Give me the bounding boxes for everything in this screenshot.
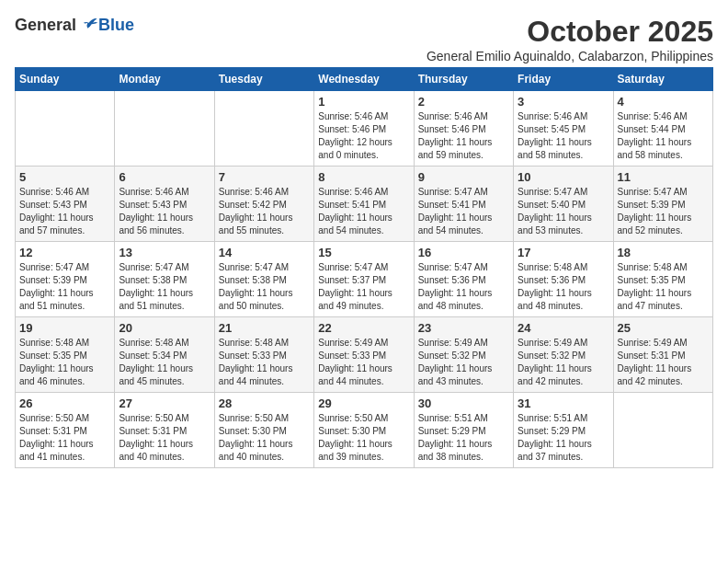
weekday-header-wednesday: Wednesday xyxy=(314,68,414,91)
day-info: Sunrise: 5:48 AMSunset: 5:35 PMDaylight:… xyxy=(618,261,709,313)
day-info: Sunrise: 5:46 AMSunset: 5:45 PMDaylight:… xyxy=(518,110,609,162)
weekday-header-thursday: Thursday xyxy=(414,68,513,91)
day-number: 2 xyxy=(418,95,509,109)
calendar-cell: 21Sunrise: 5:48 AMSunset: 5:33 PMDayligh… xyxy=(214,317,313,393)
day-number: 16 xyxy=(418,246,509,259)
day-info: Sunrise: 5:46 AMSunset: 5:43 PMDaylight:… xyxy=(19,186,110,237)
day-info: Sunrise: 5:47 AMSunset: 5:39 PMDaylight:… xyxy=(19,261,110,313)
day-info: Sunrise: 5:48 AMSunset: 5:35 PMDaylight:… xyxy=(19,337,110,388)
day-number: 31 xyxy=(518,396,609,410)
day-number: 13 xyxy=(119,246,210,259)
calendar-cell: 24Sunrise: 5:49 AMSunset: 5:32 PMDayligh… xyxy=(514,317,613,393)
weekday-header-row: SundayMondayTuesdayWednesdayThursdayFrid… xyxy=(16,68,713,91)
calendar-cell: 25Sunrise: 5:49 AMSunset: 5:31 PMDayligh… xyxy=(613,317,712,393)
calendar-cell: 19Sunrise: 5:48 AMSunset: 5:35 PMDayligh… xyxy=(16,317,115,393)
weekday-header-tuesday: Tuesday xyxy=(214,68,313,91)
day-number: 4 xyxy=(618,95,709,109)
day-info: Sunrise: 5:50 AMSunset: 5:31 PMDaylight:… xyxy=(119,412,210,464)
calendar-week-4: 19Sunrise: 5:48 AMSunset: 5:35 PMDayligh… xyxy=(16,317,713,393)
calendar-cell: 20Sunrise: 5:48 AMSunset: 5:34 PMDayligh… xyxy=(115,317,214,393)
calendar-cell: 5Sunrise: 5:46 AMSunset: 5:43 PMDaylight… xyxy=(16,167,115,242)
month-title: October 2025 xyxy=(427,15,713,49)
calendar-cell: 27Sunrise: 5:50 AMSunset: 5:31 PMDayligh… xyxy=(115,393,214,468)
logo: General Blue xyxy=(15,15,134,35)
day-number: 6 xyxy=(119,170,210,184)
day-number: 21 xyxy=(219,321,310,335)
day-number: 20 xyxy=(119,321,210,335)
calendar-cell: 8Sunrise: 5:46 AMSunset: 5:41 PMDaylight… xyxy=(314,167,414,242)
subtitle: General Emilio Aguinaldo, Calabarzon, Ph… xyxy=(427,49,713,63)
day-info: Sunrise: 5:50 AMSunset: 5:30 PMDaylight:… xyxy=(318,412,409,464)
calendar-cell: 9Sunrise: 5:47 AMSunset: 5:41 PMDaylight… xyxy=(414,167,513,242)
day-info: Sunrise: 5:46 AMSunset: 5:43 PMDaylight:… xyxy=(119,186,210,237)
day-number: 30 xyxy=(418,396,509,410)
day-number: 18 xyxy=(618,246,709,259)
day-number: 3 xyxy=(518,95,609,109)
day-info: Sunrise: 5:48 AMSunset: 5:36 PMDaylight:… xyxy=(518,261,609,313)
day-info: Sunrise: 5:51 AMSunset: 5:29 PMDaylight:… xyxy=(518,412,609,464)
logo-general-text: General xyxy=(15,16,76,35)
calendar-cell: 7Sunrise: 5:46 AMSunset: 5:42 PMDaylight… xyxy=(214,167,313,242)
day-number: 25 xyxy=(618,321,709,335)
day-number: 9 xyxy=(418,170,509,184)
calendar-cell: 28Sunrise: 5:50 AMSunset: 5:30 PMDayligh… xyxy=(214,393,313,468)
calendar-cell: 17Sunrise: 5:48 AMSunset: 5:36 PMDayligh… xyxy=(514,242,613,317)
day-info: Sunrise: 5:47 AMSunset: 5:36 PMDaylight:… xyxy=(418,261,509,313)
calendar-cell: 31Sunrise: 5:51 AMSunset: 5:29 PMDayligh… xyxy=(514,393,613,468)
weekday-header-sunday: Sunday xyxy=(16,68,115,91)
calendar-cell: 3Sunrise: 5:46 AMSunset: 5:45 PMDaylight… xyxy=(514,91,613,167)
calendar-cell: 11Sunrise: 5:47 AMSunset: 5:39 PMDayligh… xyxy=(613,167,712,242)
calendar-cell: 14Sunrise: 5:47 AMSunset: 5:38 PMDayligh… xyxy=(214,242,313,317)
day-number: 5 xyxy=(19,170,110,184)
calendar-cell: 4Sunrise: 5:46 AMSunset: 5:44 PMDaylight… xyxy=(613,91,712,167)
day-info: Sunrise: 5:46 AMSunset: 5:46 PMDaylight:… xyxy=(418,110,509,162)
day-number: 24 xyxy=(518,321,609,335)
day-number: 11 xyxy=(618,170,709,184)
calendar-cell: 29Sunrise: 5:50 AMSunset: 5:30 PMDayligh… xyxy=(314,393,414,468)
day-info: Sunrise: 5:47 AMSunset: 5:40 PMDaylight:… xyxy=(518,186,609,237)
day-info: Sunrise: 5:49 AMSunset: 5:33 PMDaylight:… xyxy=(318,337,409,388)
day-info: Sunrise: 5:47 AMSunset: 5:41 PMDaylight:… xyxy=(418,186,509,237)
calendar-cell xyxy=(613,393,712,468)
day-info: Sunrise: 5:51 AMSunset: 5:29 PMDaylight:… xyxy=(418,412,509,464)
day-info: Sunrise: 5:46 AMSunset: 5:41 PMDaylight:… xyxy=(318,186,409,237)
day-info: Sunrise: 5:46 AMSunset: 5:42 PMDaylight:… xyxy=(219,186,310,237)
day-info: Sunrise: 5:50 AMSunset: 5:30 PMDaylight:… xyxy=(219,412,310,464)
calendar-cell xyxy=(16,91,115,167)
title-area: October 2025 General Emilio Aguinaldo, C… xyxy=(427,15,713,63)
day-info: Sunrise: 5:47 AMSunset: 5:39 PMDaylight:… xyxy=(618,186,709,237)
calendar-cell: 26Sunrise: 5:50 AMSunset: 5:31 PMDayligh… xyxy=(16,393,115,468)
calendar-cell: 13Sunrise: 5:47 AMSunset: 5:38 PMDayligh… xyxy=(115,242,214,317)
day-info: Sunrise: 5:48 AMSunset: 5:33 PMDaylight:… xyxy=(219,337,310,388)
calendar-cell: 16Sunrise: 5:47 AMSunset: 5:36 PMDayligh… xyxy=(414,242,513,317)
header: General Blue October 2025 General Emilio… xyxy=(15,15,713,63)
calendar-cell: 12Sunrise: 5:47 AMSunset: 5:39 PMDayligh… xyxy=(16,242,115,317)
day-info: Sunrise: 5:46 AMSunset: 5:46 PMDaylight:… xyxy=(318,110,409,162)
day-number: 10 xyxy=(518,170,609,184)
calendar-cell: 1Sunrise: 5:46 AMSunset: 5:46 PMDaylight… xyxy=(314,91,414,167)
day-number: 8 xyxy=(318,170,409,184)
calendar-cell: 18Sunrise: 5:48 AMSunset: 5:35 PMDayligh… xyxy=(613,242,712,317)
day-info: Sunrise: 5:47 AMSunset: 5:38 PMDaylight:… xyxy=(219,261,310,313)
day-number: 7 xyxy=(219,170,310,184)
weekday-header-saturday: Saturday xyxy=(613,68,712,91)
day-number: 1 xyxy=(318,95,409,109)
calendar-week-1: 1Sunrise: 5:46 AMSunset: 5:46 PMDaylight… xyxy=(16,91,713,167)
calendar-week-3: 12Sunrise: 5:47 AMSunset: 5:39 PMDayligh… xyxy=(16,242,713,317)
calendar-week-2: 5Sunrise: 5:46 AMSunset: 5:43 PMDaylight… xyxy=(16,167,713,242)
calendar-cell: 6Sunrise: 5:46 AMSunset: 5:43 PMDaylight… xyxy=(115,167,214,242)
calendar-week-5: 26Sunrise: 5:50 AMSunset: 5:31 PMDayligh… xyxy=(16,393,713,468)
day-number: 12 xyxy=(19,246,110,259)
weekday-header-monday: Monday xyxy=(115,68,214,91)
logo-bird-icon xyxy=(78,15,98,35)
calendar-cell: 30Sunrise: 5:51 AMSunset: 5:29 PMDayligh… xyxy=(414,393,513,468)
logo-blue-text: Blue xyxy=(98,16,134,35)
day-number: 22 xyxy=(318,321,409,335)
day-info: Sunrise: 5:48 AMSunset: 5:34 PMDaylight:… xyxy=(119,337,210,388)
day-info: Sunrise: 5:49 AMSunset: 5:32 PMDaylight:… xyxy=(518,337,609,388)
day-number: 27 xyxy=(119,396,210,410)
calendar-cell: 10Sunrise: 5:47 AMSunset: 5:40 PMDayligh… xyxy=(514,167,613,242)
weekday-header-friday: Friday xyxy=(514,68,613,91)
day-number: 28 xyxy=(219,396,310,410)
day-number: 15 xyxy=(318,246,409,259)
